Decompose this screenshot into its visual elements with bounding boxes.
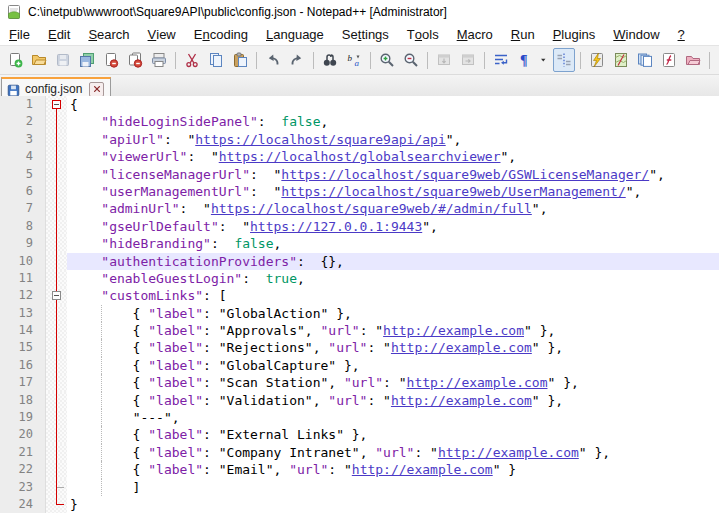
fold-margin <box>46 339 67 356</box>
code-line-4[interactable]: 4 "viewerUrl": "https://localhost/global… <box>0 148 719 165</box>
code-line-16[interactable]: 16 { "label": "GlobalCapture" }, <box>0 357 719 374</box>
code-line-14[interactable]: 14 { "label": "Approvals", "url": "http:… <box>0 322 719 339</box>
url-link[interactable]: http://example.com <box>383 323 524 338</box>
function-list-button[interactable] <box>658 48 680 72</box>
code-line-21[interactable]: 21 { "label": "Company Intranet", "url":… <box>0 444 719 461</box>
document-list-button[interactable] <box>634 48 656 72</box>
menu-item-help[interactable]: ? <box>669 23 694 45</box>
line-number: 1 <box>0 96 46 113</box>
code-text: "hideLoginSidePanel": false, <box>67 113 719 130</box>
code-line-22[interactable]: 22 { "label": "Email", "url": "http://ex… <box>0 461 719 478</box>
url-link[interactable]: https://localhost/square9web/UserManagem… <box>281 184 625 199</box>
code-line-19[interactable]: 19 "---", <box>0 409 719 426</box>
line-number: 17 <box>0 374 46 391</box>
fold-margin <box>46 148 67 165</box>
code-text: { "label": "Validation", "url": "http://… <box>67 392 719 409</box>
menu-item-view[interactable]: View <box>139 23 185 45</box>
close-button[interactable] <box>100 48 122 72</box>
code-line-13[interactable]: 13 { "label": "GlobalAction" }, <box>0 305 719 322</box>
url-link[interactable]: https://127.0.0.1:9443 <box>250 219 422 234</box>
code-line-5[interactable]: 5 "licenseManagerUrl": "https://localhos… <box>0 166 719 183</box>
show-all-characters-button[interactable]: ¶ <box>514 48 536 72</box>
user-defined-language-button[interactable] <box>586 48 608 72</box>
document-map-icon <box>613 52 629 68</box>
cut-button[interactable] <box>181 48 203 72</box>
fold-margin <box>46 479 67 496</box>
print-button[interactable] <box>148 48 170 72</box>
url-link[interactable]: http://example.com <box>352 462 493 477</box>
fold-margin <box>46 444 67 461</box>
zoom-out-icon <box>403 52 419 68</box>
copy-button[interactable] <box>205 48 227 72</box>
undo-button[interactable] <box>262 48 284 72</box>
fold-marker[interactable] <box>46 287 67 304</box>
url-link[interactable]: https://localhost/square9api/api <box>195 132 445 147</box>
save-all-icon <box>79 52 95 68</box>
line-number: 23 <box>0 479 46 496</box>
redo-button[interactable] <box>286 48 308 72</box>
code-line-11[interactable]: 11 "enableGuestLogin": true, <box>0 270 719 287</box>
code-line-15[interactable]: 15 { "label": "Rejections", "url": "http… <box>0 339 719 356</box>
replace-button[interactable]: ba <box>343 48 365 72</box>
code-line-12[interactable]: 12 "customLinks": [ <box>0 287 719 304</box>
url-link[interactable]: http://example.com <box>407 375 548 390</box>
code-line-10[interactable]: 10 "authenticationProviders": {}, <box>0 253 719 270</box>
code-line-6[interactable]: 6 "userManagementUrl": "https://localhos… <box>0 183 719 200</box>
code-line-24[interactable]: 24} <box>0 496 719 513</box>
word-wrap-button[interactable] <box>490 48 512 72</box>
fold-margin <box>46 131 67 148</box>
close-all-button[interactable] <box>124 48 146 72</box>
code-editor[interactable]: 1{2 "hideLoginSidePanel": false,3 "apiUr… <box>0 96 719 515</box>
zoom-out-button[interactable] <box>400 48 422 72</box>
menu-item-edit[interactable]: Edit <box>39 23 79 45</box>
url-link[interactable]: http://example.com <box>438 445 579 460</box>
document-map-button[interactable] <box>610 48 632 72</box>
menu-item-plugins[interactable]: Plugins <box>544 23 605 45</box>
menu-item-settings[interactable]: Settings <box>333 23 398 45</box>
code-line-1[interactable]: 1{ <box>0 96 719 113</box>
code-line-3[interactable]: 3 "apiUrl": "https://localhost/square9ap… <box>0 131 719 148</box>
code-line-20[interactable]: 20 { "label": "External Links" }, <box>0 426 719 443</box>
code-line-23[interactable]: 23 ] <box>0 479 719 496</box>
open-folder-button[interactable] <box>28 48 50 72</box>
toolbar-separator <box>484 52 485 69</box>
monitoring-button[interactable] <box>715 48 719 72</box>
url-link[interactable]: https://localhost/square9web/#/admin/ful… <box>211 201 532 216</box>
zoom-in-button[interactable] <box>376 48 398 72</box>
save-all-button[interactable] <box>76 48 98 72</box>
word-wrap-icon <box>493 52 509 68</box>
menu-item-encoding[interactable]: Encoding <box>185 23 257 45</box>
url-link[interactable]: https://localhost/square9web/GSWLicenseM… <box>281 167 649 182</box>
code-text: { "label": "GlobalCapture" }, <box>67 357 719 374</box>
url-link[interactable]: http://example.com <box>391 393 532 408</box>
code-line-2[interactable]: 2 "hideLoginSidePanel": false, <box>0 113 719 130</box>
code-line-7[interactable]: 7 "adminUrl": "https://localhost/square9… <box>0 200 719 217</box>
folder-as-workspace-button[interactable] <box>682 48 704 72</box>
code-text: } <box>67 496 719 513</box>
tab-close-button[interactable] <box>89 82 104 97</box>
menu-item-search[interactable]: Search <box>79 23 138 45</box>
url-link[interactable]: http://example.com <box>391 340 532 355</box>
menu-item-tools[interactable]: Tools <box>398 23 448 45</box>
code-line-18[interactable]: 18 { "label": "Validation", "url": "http… <box>0 392 719 409</box>
code-line-9[interactable]: 9 "hideBranding": false, <box>0 235 719 252</box>
close-icon <box>103 52 119 68</box>
paste-button[interactable] <box>229 48 251 72</box>
indent-guide-button[interactable] <box>553 48 575 72</box>
replace-icon: ba <box>346 52 362 68</box>
find-button[interactable] <box>319 48 341 72</box>
fold-marker[interactable] <box>46 96 67 113</box>
menu-item-macro[interactable]: Macro <box>448 23 502 45</box>
menu-item-window[interactable]: Window <box>604 23 668 45</box>
code-text: "licenseManagerUrl": "https://localhost/… <box>67 166 719 183</box>
menu-item-run[interactable]: Run <box>502 23 544 45</box>
menu-item-file[interactable]: File <box>0 23 39 45</box>
sync-horizontal-icon <box>460 52 476 68</box>
show-all-characters-icon: ¶ <box>517 52 533 68</box>
code-line-17[interactable]: 17 { "label": "Scan Station", "url": "ht… <box>0 374 719 391</box>
show-all-characters-dropdown-button[interactable] <box>538 48 551 72</box>
url-link[interactable]: https://localhost/globalsearchviewer <box>219 149 501 164</box>
new-file-button[interactable] <box>4 48 26 72</box>
code-line-8[interactable]: 8 "gseUrlDefault": "https://127.0.0.1:94… <box>0 218 719 235</box>
menu-item-language[interactable]: Language <box>257 23 333 45</box>
